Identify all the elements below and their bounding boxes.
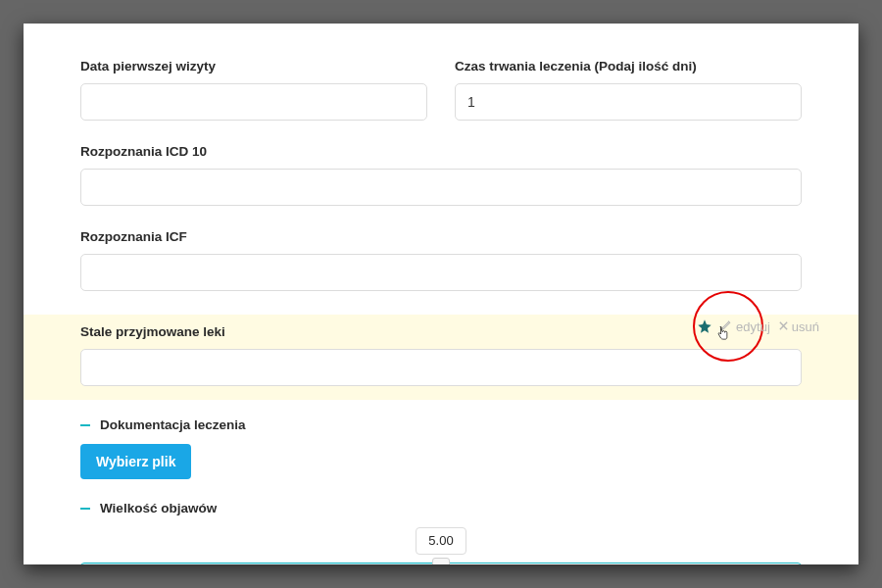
icf-input[interactable] <box>80 254 802 291</box>
choose-file-button[interactable]: Wybierz plik <box>80 444 191 479</box>
symptoms-title: Wielkość objawów <box>100 501 217 515</box>
icf-label: Rozpoznania ICF <box>80 229 802 244</box>
documentation-header[interactable]: Dokumentacja leczenia <box>80 417 802 432</box>
symptoms-header[interactable]: Wielkość objawów <box>80 501 802 515</box>
slider-value-display[interactable]: 5.00 <box>416 527 466 555</box>
pencil-icon <box>720 318 733 334</box>
treatment-duration-field: Czas trwania leczenia (Podaj ilość dni) <box>455 59 802 121</box>
delete-label: usuń <box>792 319 819 334</box>
form-modal: Data pierwszej wizyty Czas trwania lecze… <box>24 24 858 564</box>
medications-input[interactable] <box>80 349 802 386</box>
collapse-icon <box>80 508 90 510</box>
icd10-input[interactable] <box>80 169 802 206</box>
documentation-title: Dokumentacja leczenia <box>100 417 246 432</box>
documentation-section: Dokumentacja leczenia Wybierz plik <box>80 417 802 479</box>
medications-label: Stale przyjmowane leki <box>80 324 802 339</box>
delete-action[interactable]: usuń <box>778 319 819 334</box>
form-body: Data pierwszej wizyty Czas trwania lecze… <box>24 24 858 564</box>
edit-label: edytuj <box>736 319 770 334</box>
first-visit-input[interactable] <box>80 83 427 121</box>
symptoms-section: Wielkość objawów 5.00 <box>80 501 802 564</box>
treatment-duration-input[interactable] <box>455 83 802 121</box>
section-actions: edytuj usuń <box>697 318 819 334</box>
medications-section: edytuj usuń Stale przyjmowane leki <box>24 315 858 400</box>
icd10-label: Rozpoznania ICD 10 <box>80 144 802 159</box>
edit-action[interactable]: edytuj <box>720 318 770 334</box>
close-icon <box>778 319 789 334</box>
row-icf: Rozpoznania ICF <box>80 229 802 291</box>
row-icd10: Rozpoznania ICD 10 <box>80 144 802 206</box>
slider-thumb[interactable] <box>432 558 450 564</box>
treatment-duration-label: Czas trwania leczenia (Podaj ilość dni) <box>455 59 802 74</box>
icd10-field: Rozpoznania ICD 10 <box>80 144 802 206</box>
first-visit-label: Data pierwszej wizyty <box>80 59 427 74</box>
collapse-icon <box>80 424 90 426</box>
icf-field: Rozpoznania ICF <box>80 229 802 291</box>
symptoms-slider: 5.00 <box>80 527 802 564</box>
row-dates: Data pierwszej wizyty Czas trwania lecze… <box>80 59 802 121</box>
star-icon[interactable] <box>697 318 712 334</box>
first-visit-field: Data pierwszej wizyty <box>80 59 427 121</box>
slider-track[interactable] <box>80 563 802 564</box>
